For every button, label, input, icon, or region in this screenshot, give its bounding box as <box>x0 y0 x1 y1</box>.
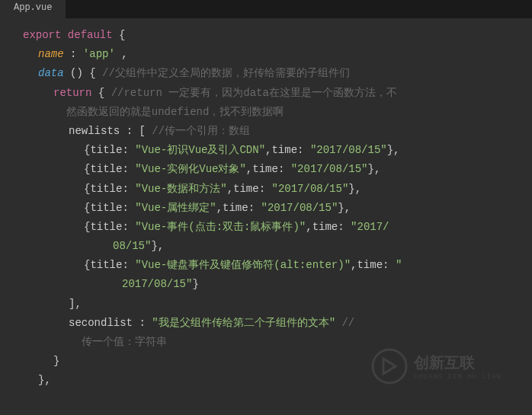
property-key: newlists <box>69 125 120 137</box>
keyword-default: default <box>68 29 113 41</box>
string: "2017/08/15" <box>310 144 387 156</box>
string: "Vue-实例化Vue对象" <box>135 163 246 175</box>
code-line: {title: "Vue-实例化Vue对象",time: "2017/08/15… <box>0 160 532 179</box>
brace: }, <box>348 183 361 195</box>
code-line: 传一个值：字符串 <box>0 333 532 352</box>
code-line: {title: "Vue-初识Vue及引入CDN",time: "2017/08… <box>0 141 532 160</box>
colon: : <box>70 48 83 60</box>
brace: }, <box>368 163 381 175</box>
code-line: {title: "Vue-属性绑定",time: "2017/08/15"}, <box>0 199 532 218</box>
code-line: export default { <box>0 26 532 45</box>
brace: { <box>119 29 125 41</box>
string: "2017/08/15" <box>291 163 368 175</box>
code-line: name : 'app' , <box>0 45 532 64</box>
string: " <box>396 259 402 271</box>
string: "2017/08/15" <box>271 183 348 195</box>
comment: //传一个引用：数组 <box>152 125 250 137</box>
tab-bar: App.vue <box>0 0 532 18</box>
colon: : <box>139 317 152 329</box>
key: title <box>90 221 122 233</box>
comma: , <box>306 221 312 233</box>
colon: : <box>122 183 135 195</box>
colon: : <box>122 202 135 214</box>
colon: : <box>122 163 135 175</box>
string: "Vue-属性绑定" <box>135 202 216 214</box>
keyword-return: return <box>53 87 91 99</box>
code-editor[interactable]: export default { name : 'app' , data () … <box>0 18 532 398</box>
code-line: {title: "Vue-键盘事件及键值修饰符(alt:enter)",time… <box>0 256 532 275</box>
key: title <box>90 183 122 195</box>
key: title <box>90 144 122 156</box>
code-line: data () { //父组件中定义全局的数据，好传给需要的子组件们 <box>0 64 532 83</box>
comment: 传一个值：字符串 <box>69 336 167 348</box>
file-tab[interactable]: App.vue <box>0 0 66 18</box>
key: time <box>271 144 297 156</box>
code-line: secondlist : "我是父组件传给第二个子组件的文本" // <box>0 314 532 333</box>
comment: //父组件中定义全局的数据，好传给需要的子组件们 <box>102 67 350 79</box>
comment: 然函数返回的就是undefiend，找不到数据啊 <box>53 106 284 118</box>
colon: : <box>297 144 310 156</box>
code-line: }, <box>0 371 532 390</box>
key: title <box>90 259 122 271</box>
string: "2017/ <box>351 221 389 233</box>
function-name: data <box>38 67 64 79</box>
string: "Vue-数据和方法" <box>135 183 226 195</box>
code-line: } <box>0 352 532 371</box>
key: time <box>252 163 278 175</box>
string: "2017/08/15" <box>261 202 338 214</box>
comma: , <box>121 48 127 60</box>
key: title <box>90 163 122 175</box>
code-line: {title: "Vue-事件(点击:双击:鼠标事件)",time: "2017… <box>0 218 532 237</box>
property-name: name <box>38 48 64 60</box>
property-key: secondlist <box>69 317 133 329</box>
key: title <box>90 202 122 214</box>
comment: // <box>341 317 354 329</box>
string: "Vue-键盘事件及键值修饰符(alt:enter)" <box>135 259 351 271</box>
string: 08/15" <box>113 240 151 252</box>
string: 2017/08/15" <box>122 278 192 290</box>
parens: () <box>70 67 83 79</box>
key: time <box>357 259 383 271</box>
brace: }, <box>151 240 164 252</box>
string: "Vue-初识Vue及引入CDN" <box>135 144 265 156</box>
brace: }, <box>38 374 51 386</box>
code-line: ], <box>0 295 532 314</box>
key: time <box>233 183 259 195</box>
colon: : <box>122 221 135 233</box>
comma: , <box>216 202 223 214</box>
code-line: 2017/08/15"} <box>0 275 532 294</box>
string-value: "我是父组件传给第二个子组件的文本" <box>152 317 335 329</box>
brace: } <box>192 278 198 290</box>
colon: : <box>259 183 272 195</box>
colon: : <box>122 259 135 271</box>
code-line: newlists : [ //传一个引用：数组 <box>0 122 532 141</box>
string: "Vue-事件(点击:双击:鼠标事件)" <box>135 221 306 233</box>
code-line: 然函数返回的就是undefiend，找不到数据啊 <box>0 103 532 122</box>
comma: , <box>227 183 233 195</box>
keyword-export: export <box>23 29 61 41</box>
brace: { <box>98 87 104 99</box>
brace: { <box>89 67 95 79</box>
colon: : <box>248 202 261 214</box>
key: time <box>223 202 248 214</box>
comma: , <box>246 163 252 175</box>
bracket: : [ <box>127 125 146 137</box>
key: time <box>312 221 338 233</box>
comment: //return 一定要有，因为data在这里是一个函数方法，不 <box>111 87 397 99</box>
code-line: {title: "Vue-数据和方法",time: "2017/08/15"}, <box>0 180 532 199</box>
bracket: ], <box>69 298 82 310</box>
brace: }, <box>387 144 400 156</box>
code-line: return { //return 一定要有，因为data在这里是一个函数方法，… <box>0 84 532 103</box>
colon: : <box>338 221 351 233</box>
colon: : <box>278 163 291 175</box>
code-line: 08/15"}, <box>0 237 532 256</box>
brace: }, <box>338 202 351 214</box>
string-value: 'app' <box>83 48 115 60</box>
colon: : <box>122 144 135 156</box>
brace: } <box>53 355 59 367</box>
colon: : <box>383 259 396 271</box>
